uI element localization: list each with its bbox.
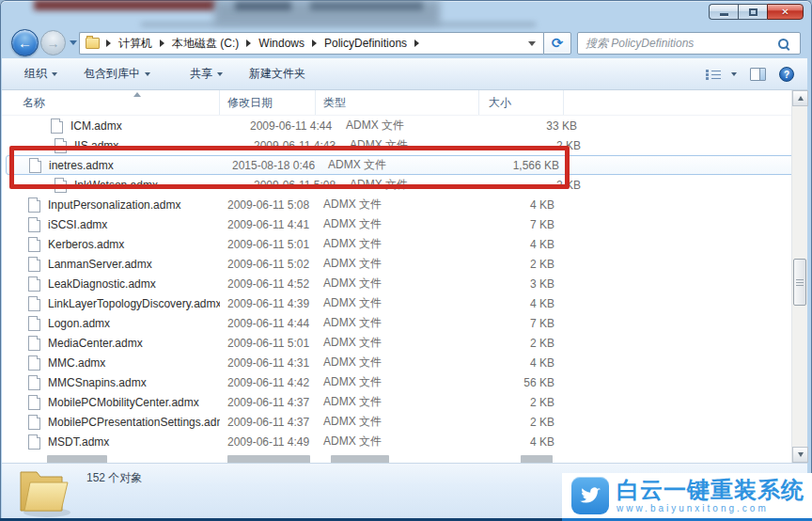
file-type-cell: ADMX 文件 xyxy=(316,394,479,410)
forward-button[interactable]: → xyxy=(40,30,66,55)
column-header-date[interactable]: 修改日期 xyxy=(220,90,316,115)
breadcrumb-arrow-icon[interactable] xyxy=(160,39,164,47)
address-dropdown-icon[interactable] xyxy=(528,41,536,46)
watermark-url: www.baiyunxitong.com xyxy=(617,503,769,513)
triangle-down-icon xyxy=(798,452,804,457)
file-size-cell: 2 KB xyxy=(479,396,564,409)
folder-icon xyxy=(13,466,73,521)
file-size-cell: 4 KB xyxy=(479,238,564,251)
column-header-size[interactable]: 大小 xyxy=(479,90,564,115)
refresh-button[interactable]: ⟳ xyxy=(543,32,571,55)
chevron-down-icon xyxy=(731,72,737,76)
file-icon xyxy=(28,237,40,252)
file-icon xyxy=(28,296,40,311)
toolbar-item[interactable]: 共享 xyxy=(190,66,223,82)
file-name-cell: InputPersonalization.admx xyxy=(2,197,220,213)
file-date-cell: 2009-06-11 4:44 xyxy=(242,119,338,133)
explorer-window: ✕ ← → 计算机 本地磁盘 (C:) xyxy=(0,0,812,521)
file-date-cell: 2009-06-11 4:49 xyxy=(220,435,316,449)
file-icon xyxy=(28,316,40,331)
table-row[interactable]: MMC.admx 2009-06-11 4:31 ADMX 文件 4 KB xyxy=(2,353,807,372)
file-name-cell: MobilePCPresentationSettings.admx xyxy=(2,415,220,430)
address-bar[interactable]: 计算机 本地磁盘 (C:) Windows PolicyDefi xyxy=(79,32,543,55)
column-header-type[interactable]: 类型 xyxy=(316,90,479,115)
table-row[interactable]: LeakDiagnostic.admx 2009-06-11 4:52 ADMX… xyxy=(2,274,807,293)
file-icon xyxy=(28,276,40,292)
maximize-button[interactable] xyxy=(738,4,767,20)
table-row[interactable]: ICM.admx 2009-06-11 4:44 ADMX 文件 33 KB xyxy=(24,116,807,135)
file-name-cell: Kerberos.admx xyxy=(2,237,220,252)
file-size-cell: 33 KB xyxy=(502,119,586,133)
background-blur xyxy=(34,0,216,10)
file-type-cell: ADMX 文件 xyxy=(316,276,479,292)
file-size-cell: 4 KB xyxy=(479,356,564,370)
close-button[interactable]: ✕ xyxy=(767,4,804,20)
maximize-icon xyxy=(749,8,757,16)
recent-pages-chevron-icon[interactable] xyxy=(70,40,77,45)
breadcrumb-arrow-icon[interactable] xyxy=(246,39,251,47)
window-controls: ✕ xyxy=(709,4,804,20)
file-date-cell: 2009-06-11 5:02 xyxy=(220,258,316,271)
breadcrumb-arrow-icon[interactable] xyxy=(106,39,111,47)
file-type-cell: ADMX 文件 xyxy=(316,434,479,450)
toolbar-item[interactable]: 组织 xyxy=(24,66,57,82)
command-toolbar: 组织 包含到库中 共享 新建文件夹 xyxy=(2,58,807,90)
column-header-name[interactable]: 名称 xyxy=(2,90,220,115)
content-area: 组织 包含到库中 共享 新建文件夹 xyxy=(2,58,807,518)
table-row[interactable]: MobilePCPresentationSettings.admx 2009-0… xyxy=(2,412,807,432)
file-date-cell: 2009-06-11 4:42 xyxy=(220,376,316,389)
table-row[interactable]: InputPersonalization.admx 2009-06-11 5:0… xyxy=(2,195,807,214)
table-row[interactable]: Logon.admx 2009-06-11 4:44 ADMX 文件 7 KB xyxy=(2,313,807,333)
close-icon: ✕ xyxy=(781,7,789,17)
bird-icon xyxy=(571,477,609,514)
breadcrumb-item[interactable]: 计算机 xyxy=(103,33,157,54)
file-icon xyxy=(28,434,40,450)
sort-ascending-icon xyxy=(133,92,141,97)
table-row[interactable]: LanmanServer.admx 2009-06-11 5:02 ADMX 文… xyxy=(2,254,807,274)
file-size-cell: 7 KB xyxy=(479,317,564,330)
file-type-cell: ADMX 文件 xyxy=(316,295,479,311)
table-row[interactable]: LinkLayerTopologyDiscovery.admx 2009-06-… xyxy=(2,293,807,313)
file-size-cell: 2 KB xyxy=(479,337,564,350)
chevron-down-icon xyxy=(217,72,223,76)
breadcrumb-arrow-icon[interactable] xyxy=(414,39,419,47)
file-name-cell: ICM.admx xyxy=(24,118,242,134)
table-row[interactable]: iSCSI.admx 2009-06-11 4:41 ADMX 文件 7 KB xyxy=(2,214,807,234)
table-row[interactable]: MSDT.admx 2009-06-11 4:49 ADMX 文件 4 KB xyxy=(2,432,807,451)
file-type-cell: ADMX 文件 xyxy=(316,197,479,213)
file-size-cell: 4 KB xyxy=(479,297,564,310)
breadcrumb-item[interactable]: Windows xyxy=(243,33,309,54)
table-row[interactable]: Kerberos.admx 2009-06-11 5:01 ADMX 文件 4 … xyxy=(2,234,807,254)
help-button[interactable]: ? xyxy=(779,67,794,82)
scroll-up-button[interactable] xyxy=(792,90,808,106)
file-icon xyxy=(28,336,40,351)
search-input[interactable] xyxy=(578,37,778,50)
scroll-down-button[interactable] xyxy=(792,447,808,463)
table-row[interactable]: MobilePCMobilityCenter.admx 2009-06-11 4… xyxy=(2,392,807,412)
file-size-cell: 4 KB xyxy=(479,435,564,449)
file-name-cell: MobilePCMobilityCenter.admx xyxy=(2,395,220,410)
breadcrumb-item[interactable]: 本地磁盘 (C:) xyxy=(157,33,243,54)
file-name-cell: LeakDiagnostic.admx xyxy=(2,276,220,292)
file-name-cell: MMC.admx xyxy=(2,355,220,371)
breadcrumb-item[interactable]: PolicyDefinitions xyxy=(309,33,412,54)
preview-pane-button[interactable] xyxy=(750,68,766,81)
file-size-cell: 56 KB xyxy=(479,376,564,389)
file-date-cell: 2009-06-11 4:52 xyxy=(220,277,316,291)
file-date-cell: 2009-06-11 5:01 xyxy=(220,238,316,251)
search-box[interactable] xyxy=(577,32,801,55)
file-type-cell: ADMX 文件 xyxy=(316,216,479,232)
scrollbar-thumb[interactable] xyxy=(793,259,806,306)
back-button[interactable]: ← xyxy=(11,29,39,56)
table-row[interactable]: MMCSnapins.admx 2009-06-11 4:42 ADMX 文件 … xyxy=(2,372,807,392)
search-icon xyxy=(778,39,789,49)
breadcrumb-arrow-icon[interactable] xyxy=(312,39,317,47)
vertical-scrollbar[interactable] xyxy=(791,90,807,463)
minimize-button[interactable] xyxy=(709,4,738,20)
table-row[interactable]: MediaCenter.admx 2009-06-11 5:01 ADMX 文件… xyxy=(2,333,807,353)
toolbar-item[interactable]: 包含到库中 xyxy=(84,66,150,82)
file-date-cell: 2009-06-11 5:08 xyxy=(220,198,316,212)
views-button[interactable] xyxy=(706,69,737,80)
toolbar-item[interactable]: 新建文件夹 xyxy=(249,66,305,82)
file-date-cell: 2009-06-11 4:31 xyxy=(220,356,316,370)
